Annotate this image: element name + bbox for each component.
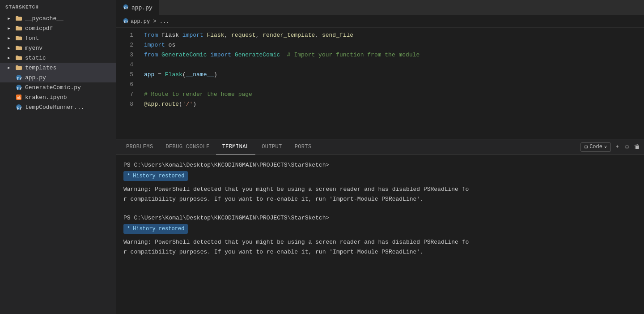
code-line-5: app = Flask(__name__) [144,70,644,80]
sidebar-item-templates[interactable]: ▶ templates [0,63,116,73]
code-line-8: @app.route('/') [144,99,644,109]
sidebar-item-generatecomic[interactable]: ▶ py GenerateComic.py [0,82,116,92]
code-label: Code [589,144,602,150]
svg-text:nb: nb [17,96,21,100]
chevron-right-icon: ▶ [5,15,13,22]
svg-text:py: py [124,19,129,23]
folder-icon [15,34,22,42]
chevron-down-icon: ∨ [604,144,607,150]
code-line-4 [144,60,644,70]
sidebar-item-app-py[interactable]: ▶ py app.py [0,73,116,82]
sidebar-item-label: myenv [25,45,42,52]
sidebar-item-label: static [25,55,46,61]
delete-terminal-icon[interactable]: 🗑 [633,143,640,151]
terminal-block-2: PS C:\Users\Komal\Desktop\KKCODINGMAIN\P… [123,213,637,234]
sidebar-item-kraken[interactable]: ▶ nb kraken.ipynb [0,92,116,102]
history-label-1: History restored [133,171,184,181]
code-button[interactable]: ⊞ Code ∨ [580,142,611,152]
python-file-icon: py [15,84,22,91]
chevron-right-icon: ▶ [5,44,13,52]
svg-text:py: py [124,5,129,9]
folder-icon [15,64,22,71]
sidebar-item-myenv[interactable]: ▶ myenv [0,43,116,53]
python-tab-icon: py [123,4,129,12]
folder-icon [15,15,22,22]
folder-icon [15,44,22,52]
sidebar-title: STARSKETCH [0,3,116,13]
sidebar-item-label: GenerateComic.py [25,84,81,91]
breadcrumb-text: app.py > ... [131,18,169,25]
code-line-1: from flask import Flask, request, render… [144,30,644,40]
sidebar-item-tempcoderunner[interactable]: ▶ py tempCodeRunner... [0,102,116,112]
sidebar-item-static[interactable]: ▶ static [0,53,116,63]
terminal-icon: ⊞ [585,144,588,151]
tab-terminal[interactable]: TERMINAL [216,139,256,155]
tab-debug-console[interactable]: DEBUG CONSOLE [160,139,216,155]
history-label-2: History restored [133,224,184,234]
code-line-7: # Route to render the home page [144,90,644,99]
main-content: py app.py py app.py > ... 1 2 3 4 5 6 7 … [116,0,644,314]
terminal-controls: ⊞ Code ∨ + ⊟ 🗑 [580,142,640,152]
python-breadcrumb-icon: py [123,17,129,26]
tab-output[interactable]: OUTPUT [255,139,288,155]
chevron-right-icon: ▶ [5,54,13,61]
history-badge-1: * History restored [123,171,637,181]
sidebar-item-label: comicpdf [25,25,53,32]
chevron-right-icon: ▶ [5,64,13,71]
tab-problems[interactable]: PROBLEMS [120,139,160,155]
terminal-warning-1: Warning: PowerShell detected that you mi… [123,185,637,204]
chevron-right-icon: ▶ [5,34,13,42]
sidebar-item-label: templates [25,65,56,71]
terminal-warning-text-2: Warning: PowerShell detected that you mi… [123,237,637,257]
sidebar-item-label: font [25,35,39,42]
sidebar-item-label: __pycache__ [25,15,64,22]
python-file-icon: py [15,103,22,111]
terminal-warning-text-1: Warning: PowerShell detected that you mi… [123,185,637,204]
editor-tab-bar: py app.py [116,0,644,16]
svg-text:py: py [17,105,22,110]
notebook-file-icon: nb [15,94,22,101]
terminal-panel: PROBLEMS DEBUG CONSOLE TERMINAL OUTPUT P… [116,139,644,314]
folder-icon [15,25,22,32]
chevron-right-icon: ▶ [5,25,13,32]
editor-panel: py app.py py app.py > ... 1 2 3 4 5 6 7 … [116,0,644,139]
terminal-prompt-1: PS C:\Users\Komal\Desktop\KKCODINGMAIN\P… [123,160,637,170]
python-file-icon: py [15,74,22,81]
code-line-2: import os [144,40,644,50]
editor-breadcrumb: py app.py > ... [116,16,644,28]
sidebar: STARSKETCH ▶ __pycache__ ▶ comicpdf ▶ fo… [0,0,116,314]
svg-text:py: py [17,86,22,90]
split-terminal-icon[interactable]: ⊟ [623,143,631,151]
history-bullet-icon-2: * [127,224,130,234]
terminal-tab-bar: PROBLEMS DEBUG CONSOLE TERMINAL OUTPUT P… [116,139,644,155]
terminal-block-1: PS C:\Users\Komal\Desktop\KKCODINGMAIN\P… [123,160,637,181]
sidebar-item-comicpdf[interactable]: ▶ comicpdf [0,23,116,33]
editor-tab-label: app.py [131,4,153,11]
sidebar-item-label: tempCodeRunner... [25,104,85,111]
sidebar-item-label: app.py [25,74,46,81]
svg-text:py: py [17,76,22,80]
sidebar-item-font[interactable]: ▶ font [0,33,116,43]
history-badge-2: * History restored [123,224,637,234]
terminal-warning-2: Warning: PowerShell detected that you mi… [123,237,637,257]
terminal-prompt-2: PS C:\Users\Komal\Desktop\KKCODINGMAIN\P… [123,213,637,223]
sidebar-item-label: kraken.ipynb [25,94,67,101]
code-content: from flask import Flask, request, render… [138,28,644,139]
folder-icon [15,54,22,61]
editor-tab-app-py[interactable]: py app.py [116,0,159,16]
line-numbers: 1 2 3 4 5 6 7 8 [116,28,138,139]
sidebar-item-pycache[interactable]: ▶ __pycache__ [0,13,116,23]
code-editor[interactable]: 1 2 3 4 5 6 7 8 from flask import Flask,… [116,28,644,139]
terminal-content[interactable]: PS C:\Users\Komal\Desktop\KKCODINGMAIN\P… [116,155,644,314]
add-terminal-icon[interactable]: + [614,143,621,151]
tab-ports[interactable]: PORTS [288,139,318,155]
code-line-3: from GenerateComic import GenerateComic … [144,50,644,60]
history-bullet-icon: * [127,171,130,181]
code-line-6 [144,80,644,90]
